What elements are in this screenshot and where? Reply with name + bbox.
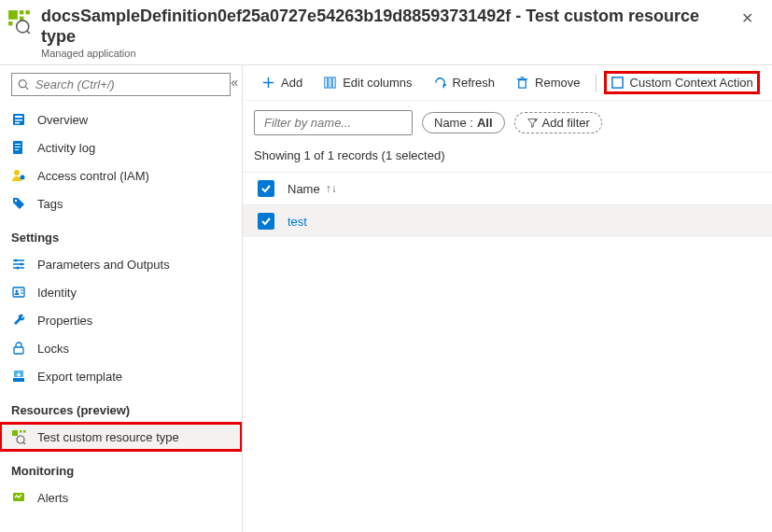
- nav-locks[interactable]: Locks: [0, 334, 242, 362]
- nav-label: Access control (IAM): [37, 169, 149, 183]
- nav-label: Identity: [37, 286, 77, 300]
- nav-label: Alerts: [37, 491, 68, 505]
- refresh-button[interactable]: Refresh: [426, 72, 503, 93]
- plus-icon: [261, 76, 275, 90]
- svg-rect-44: [519, 80, 526, 88]
- svg-rect-41: [325, 77, 328, 88]
- nav-properties[interactable]: Properties: [0, 306, 242, 334]
- table-row[interactable]: test: [243, 205, 772, 237]
- columns-icon: [323, 76, 337, 90]
- select-all-checkbox[interactable]: [258, 180, 274, 197]
- identity-icon: [11, 285, 26, 300]
- section-monitoring: Monitoring: [0, 451, 242, 483]
- svg-rect-42: [329, 77, 331, 88]
- resource-icon: [7, 9, 32, 34]
- sort-icon: ↑↓: [326, 182, 337, 195]
- remove-button[interactable]: Remove: [508, 72, 587, 93]
- search-icon: [18, 78, 30, 91]
- svg-rect-31: [13, 378, 24, 382]
- button-label: Remove: [535, 76, 580, 90]
- edit-columns-button[interactable]: Edit columns: [316, 72, 419, 93]
- svg-line-6: [27, 31, 31, 34]
- activity-log-icon: [11, 140, 26, 155]
- pill-label: Add filter: [542, 116, 590, 130]
- svg-point-27: [16, 290, 19, 293]
- sidebar-search[interactable]: [11, 73, 231, 96]
- overview-icon: [11, 112, 26, 127]
- svg-line-8: [25, 87, 28, 90]
- add-button[interactable]: Add: [254, 72, 310, 93]
- nav-alerts[interactable]: Alerts: [0, 483, 242, 511]
- svg-point-25: [17, 267, 20, 270]
- section-resources: Resources (preview): [0, 390, 242, 423]
- page-subtitle: Managed application: [41, 48, 734, 59]
- sliders-icon: [11, 257, 26, 272]
- svg-rect-47: [611, 77, 622, 88]
- square-icon: [611, 76, 625, 90]
- svg-rect-0: [8, 10, 18, 20]
- svg-rect-15: [15, 147, 21, 147]
- svg-point-19: [15, 200, 17, 202]
- svg-rect-12: [15, 122, 20, 124]
- record-count-status: Showing 1 of 1 records (1 selected): [243, 145, 772, 172]
- nav-identity[interactable]: Identity: [0, 278, 242, 306]
- refresh-icon: [433, 76, 447, 90]
- filter-by-name-input[interactable]: [254, 110, 413, 135]
- search-input[interactable]: [35, 77, 224, 91]
- nav-label: Locks: [37, 342, 69, 356]
- svg-point-24: [21, 263, 23, 266]
- nav-test-custom-resource-type[interactable]: Test custom resource type: [0, 423, 242, 451]
- svg-rect-43: [332, 77, 335, 88]
- button-label: Refresh: [453, 76, 496, 90]
- svg-point-7: [19, 79, 26, 87]
- sidebar: « Overview Activity log Access control (…: [0, 65, 243, 532]
- main-content: Add Edit columns Refresh Remove Custom C…: [243, 65, 772, 532]
- button-label: Edit columns: [343, 76, 412, 90]
- svg-rect-10: [15, 116, 22, 118]
- check-icon: [260, 216, 272, 227]
- export-icon: [11, 369, 26, 384]
- collapse-sidebar-button[interactable]: «: [231, 75, 238, 90]
- nav-label: Tags: [37, 197, 63, 211]
- svg-rect-2: [26, 10, 30, 14]
- nav-label: Parameters and Outputs: [37, 258, 170, 272]
- row-name-link[interactable]: test: [288, 215, 307, 229]
- nav-access-control[interactable]: Access control (IAM): [0, 161, 242, 189]
- toolbar-separator: [596, 74, 597, 92]
- nav-label: Properties: [37, 314, 92, 328]
- alerts-icon: [11, 490, 26, 505]
- close-button[interactable]: ✕: [734, 6, 761, 31]
- table-header-row: Name ↑↓: [243, 172, 772, 205]
- section-settings: Settings: [0, 217, 242, 250]
- svg-point-17: [14, 170, 20, 175]
- svg-rect-16: [15, 149, 19, 150]
- add-filter-pill[interactable]: Add filter: [514, 112, 602, 133]
- svg-line-37: [23, 442, 26, 444]
- nav-export-template[interactable]: Export template: [0, 362, 242, 390]
- filter-bar: Name : All Add filter: [243, 101, 772, 145]
- nav-overview[interactable]: Overview: [0, 105, 242, 133]
- svg-point-36: [17, 436, 24, 443]
- svg-rect-14: [15, 144, 21, 145]
- add-filter-icon: [526, 117, 539, 129]
- column-label: Name: [288, 182, 320, 196]
- custom-resource-icon: [11, 429, 26, 444]
- svg-point-23: [15, 259, 18, 262]
- svg-rect-34: [20, 430, 22, 433]
- svg-rect-4: [8, 21, 12, 25]
- svg-rect-26: [13, 287, 24, 297]
- nav-parameters-outputs[interactable]: Parameters and Outputs: [0, 250, 242, 278]
- row-checkbox[interactable]: [258, 213, 274, 230]
- page-title: docsSampleDefinition0ef25a0727e54263b19d…: [41, 6, 734, 47]
- column-header-name[interactable]: Name ↑↓: [288, 182, 337, 196]
- toolbar: Add Edit columns Refresh Remove Custom C…: [243, 65, 772, 101]
- custom-context-action-button[interactable]: Custom Context Action: [604, 71, 760, 94]
- pill-value: All: [477, 116, 493, 130]
- properties-icon: [11, 313, 26, 328]
- name-filter-pill[interactable]: Name : All: [422, 112, 505, 133]
- svg-rect-35: [23, 430, 26, 433]
- nav-activity-log[interactable]: Activity log: [0, 133, 242, 161]
- nav-tags[interactable]: Tags: [0, 189, 242, 217]
- nav-label: Activity log: [37, 141, 95, 155]
- nav-label: Export template: [37, 370, 122, 384]
